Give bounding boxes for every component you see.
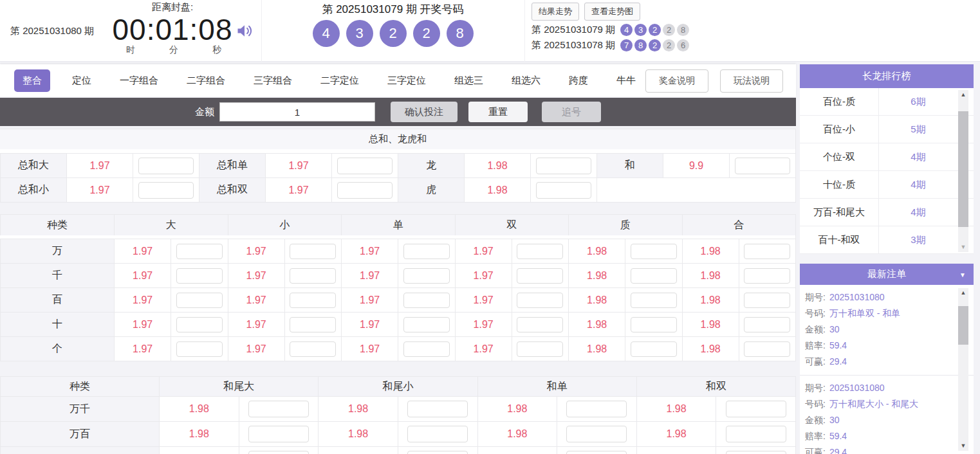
bet-amount-input[interactable] — [744, 268, 790, 284]
bet-amount-input[interactable] — [290, 317, 336, 332]
history-ball: 2 — [649, 24, 661, 36]
bet-amount-input[interactable] — [403, 341, 450, 357]
odds-value: 1.97 — [66, 177, 133, 202]
bet-amount-input[interactable] — [517, 293, 563, 308]
bet-amount-input[interactable] — [631, 268, 677, 284]
scrollbar-thumb[interactable] — [958, 111, 968, 227]
tab-niuniu[interactable]: 牛牛 — [616, 75, 636, 87]
prize-info-button[interactable]: 奖金说明 — [645, 69, 708, 93]
bet-amount-input[interactable] — [631, 341, 677, 357]
confirm-bet-button[interactable]: 确认投注 — [391, 102, 458, 122]
bet-amount-input[interactable] — [566, 426, 627, 442]
bet-amount-input[interactable] — [403, 293, 450, 308]
bet-input-cell — [171, 312, 227, 336]
tab-yizi-zuhe[interactable]: 一字组合 — [120, 75, 158, 87]
bet-amount-input[interactable] — [744, 293, 790, 308]
result-trend-button[interactable]: 结果走势 — [532, 3, 579, 21]
tab-erzi-dingwei[interactable]: 二字定位 — [320, 75, 359, 87]
bet-amount-input[interactable] — [735, 158, 790, 174]
bet-amount-input[interactable] — [517, 317, 563, 332]
view-trend-chart-button[interactable]: 查看走势图 — [584, 3, 640, 21]
history-ball: 7 — [620, 39, 633, 51]
bet-amount-input[interactable] — [407, 426, 468, 442]
bet-amount-input[interactable] — [337, 182, 393, 199]
column-header: 质 — [568, 214, 682, 235]
tab-zhenghe[interactable]: 整合 — [14, 69, 50, 92]
bet-amount-input[interactable] — [726, 451, 786, 454]
bet-amount-input[interactable] — [337, 158, 393, 174]
countdown-time: 00:01:08 — [108, 14, 237, 46]
bet-amount-input[interactable] — [407, 401, 468, 417]
bet-amount-input[interactable] — [176, 268, 223, 284]
bet-amount-input[interactable] — [744, 317, 790, 332]
tab-zuxuan-liu[interactable]: 组选六 — [512, 75, 541, 87]
bet-amount-input[interactable] — [631, 317, 677, 332]
amount-input[interactable] — [219, 102, 375, 122]
bet-amount-input[interactable] — [290, 244, 336, 259]
dragon-scrollbar[interactable]: ▲ ▼ — [958, 90, 968, 252]
speaker-icon[interactable] — [236, 22, 254, 42]
bet-amount-input[interactable] — [744, 341, 790, 357]
odds-value: 1.97 — [114, 263, 171, 287]
history-ball: 3 — [634, 24, 647, 36]
bet-amount-input[interactable] — [290, 293, 336, 308]
scroll-down-icon[interactable]: ▼ — [958, 441, 968, 451]
odds-value: 1.98 — [568, 263, 625, 287]
bet-amount-input[interactable] — [403, 268, 450, 284]
bet-amount-input[interactable] — [536, 158, 591, 174]
tab-sanzi-dingwei[interactable]: 三字定位 — [387, 75, 426, 87]
bet-amount-input[interactable] — [517, 341, 563, 357]
bet-amount-input[interactable] — [138, 182, 194, 199]
bet-amount-input[interactable] — [248, 426, 309, 442]
bet-amount-input[interactable] — [726, 426, 786, 442]
bet-field-label: 金额: — [805, 322, 826, 338]
dragon-count: 4期 — [879, 199, 957, 226]
bets-scrollbar[interactable]: ▲ ▼ — [958, 288, 968, 451]
position-bet-table: 种类 大 小 单 双 质 合 万 1.97 1.97 1.97 1.97 1.9… — [0, 214, 796, 361]
odds-value: 1.98 — [318, 446, 398, 454]
tab-erzi-zuhe[interactable]: 二字组合 — [187, 75, 225, 87]
scroll-up-icon[interactable]: ▲ — [958, 90, 968, 100]
scrollbar-thumb[interactable] — [958, 306, 968, 345]
odds-value: 1.97 — [114, 336, 171, 361]
bet-amount-input[interactable] — [176, 341, 223, 357]
bet-amount-input[interactable] — [566, 451, 627, 454]
bet-amount-input[interactable] — [407, 451, 468, 454]
tab-kuadu[interactable]: 跨度 — [569, 75, 588, 87]
bet-amount-input[interactable] — [176, 293, 223, 308]
tab-sanzi-zuhe[interactable]: 三字组合 — [254, 75, 292, 87]
tab-zuxuan-san[interactable]: 组选三 — [454, 75, 483, 87]
bet-amount-input[interactable] — [536, 182, 591, 199]
play-rules-button[interactable]: 玩法说明 — [720, 69, 783, 93]
row-label: 万千 — [0, 396, 159, 421]
bet-amount-input[interactable] — [290, 268, 336, 284]
bet-amount-input[interactable] — [566, 401, 627, 417]
dragon-rank-row: 百位-质 6期 — [800, 88, 974, 116]
scroll-up-icon[interactable]: ▲ — [958, 288, 968, 298]
bet-amount-input[interactable] — [631, 293, 677, 308]
bet-amount-input[interactable] — [517, 268, 563, 284]
bet-amount-input[interactable] — [744, 244, 790, 259]
odds-value: 1.98 — [477, 396, 557, 421]
bet-amount-input[interactable] — [403, 244, 450, 259]
bet-amount-input[interactable] — [403, 317, 450, 332]
bet-amount-input[interactable] — [290, 341, 336, 357]
history-row: 第 20251031078 期 7 8 2 2 6 — [532, 39, 717, 51]
bet-amount-input[interactable] — [726, 401, 786, 417]
bet-amount-input[interactable] — [517, 244, 563, 259]
odds-value: 1.97 — [341, 287, 398, 312]
bet-amount-input[interactable] — [248, 401, 309, 417]
bet-amount-input[interactable] — [138, 158, 194, 174]
reset-button[interactable]: 重置 — [468, 102, 528, 122]
bet-field-label: 赔率: — [805, 428, 826, 444]
odds-value: 1.97 — [228, 239, 284, 263]
collapse-caret-icon[interactable]: ▼ — [959, 271, 966, 278]
chase-number-button[interactable]: 追号 — [542, 102, 601, 122]
bet-amount-input[interactable] — [631, 244, 677, 259]
scroll-down-icon[interactable]: ▼ — [958, 242, 968, 252]
bet-amount-input[interactable] — [176, 317, 223, 332]
tab-dingwei[interactable]: 定位 — [72, 75, 91, 87]
bet-amount-input[interactable] — [176, 244, 223, 259]
dragon-rank-panel: 长龙排行榜 百位-质 6期 百位-小 5期 个位-双 4期 十位-质 4期 万百… — [800, 64, 974, 254]
bet-amount-input[interactable] — [248, 451, 309, 454]
